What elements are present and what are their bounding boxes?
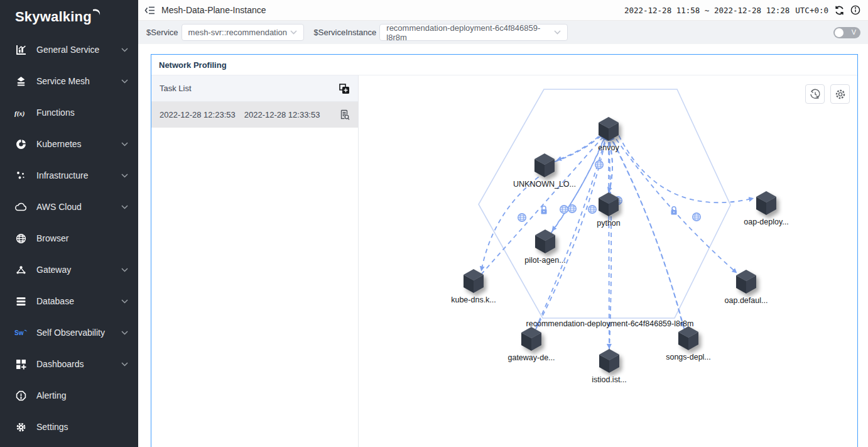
cube-icon bbox=[534, 153, 555, 177]
view-toggle[interactable]: V bbox=[833, 27, 860, 38]
instance-hexagon-label: recommendation-deployment-6c4f846859-l8r… bbox=[526, 319, 694, 328]
protocol-globe-icon bbox=[589, 206, 597, 214]
chevron-down-icon bbox=[554, 30, 561, 35]
topology-edge-songs-envoy[interactable] bbox=[611, 136, 685, 329]
sidebar-item-service-mesh[interactable]: Service Mesh bbox=[0, 65, 138, 97]
sidebar-item-label: Service Mesh bbox=[36, 76, 90, 86]
sidebar-item-general-service[interactable]: General Service bbox=[0, 34, 138, 65]
sidebar-item-gateway[interactable]: Gateway bbox=[0, 254, 138, 285]
service-mesh-icon bbox=[14, 76, 27, 87]
node-label: songs-depl... bbox=[666, 353, 711, 361]
sidebar-item-label: Dashboards bbox=[36, 359, 84, 369]
topology-edge-envoy-unknown[interactable] bbox=[558, 136, 599, 160]
sidebar-item-functions[interactable]: f(x)Functions bbox=[0, 97, 138, 128]
topology-edge-envoy-istiod[interactable] bbox=[609, 142, 609, 348]
sidebar-item-label: Browser bbox=[36, 233, 68, 243]
sidebar-item-label: Database bbox=[36, 296, 74, 306]
topology-node-oapdefault[interactable]: oap.defaul... bbox=[725, 270, 768, 305]
dashboard-content: Network Profiling Task List 2022- bbox=[138, 44, 868, 447]
task-detail-icon[interactable] bbox=[339, 109, 350, 120]
topology-node-unknown[interactable]: UNKNOWN_LO... bbox=[513, 153, 576, 189]
sidebar-item-label: Gateway bbox=[36, 265, 71, 275]
topology-edge-envoy-oapdeploy[interactable] bbox=[619, 136, 752, 203]
topology-edge-envoy-songs[interactable] bbox=[612, 141, 683, 326]
alerting-icon bbox=[14, 390, 27, 401]
chevron-down-icon bbox=[121, 299, 128, 304]
timezone: UTC+0:0 bbox=[795, 6, 828, 15]
instance-select[interactable]: recommendation-deployment-6c4f846859-l8r… bbox=[379, 24, 568, 41]
cube-icon bbox=[599, 192, 619, 216]
protocol-globe-icon bbox=[518, 214, 526, 222]
sidebar-item-label: Self Observability bbox=[36, 328, 105, 338]
tls-lock-icon bbox=[541, 206, 547, 214]
top-navbar: Mesh-Data-Plane-Instance 2022-12-28 11:5… bbox=[138, 0, 868, 21]
back-to-dashboard-list-icon[interactable] bbox=[144, 6, 155, 15]
sidebar-item-settings[interactable]: Settings bbox=[0, 411, 138, 443]
topology-node-envoy[interactable]: envoy bbox=[598, 117, 619, 152]
variables-bar: $Service mesh-svr::recommendation $Servi… bbox=[138, 21, 868, 44]
cube-icon bbox=[736, 270, 756, 294]
settings-gear-button[interactable] bbox=[830, 84, 850, 104]
chevron-down-icon bbox=[121, 48, 128, 52]
cube-icon bbox=[464, 269, 484, 293]
logo-text: Skywalking bbox=[15, 9, 92, 25]
functions-icon: f(x) bbox=[14, 108, 27, 118]
node-label: kube-dns.k... bbox=[451, 295, 496, 304]
chevron-down-icon bbox=[290, 30, 297, 35]
topology-edge-envoy-oapdefault[interactable] bbox=[616, 139, 736, 272]
sidebar-item-label: AWS Cloud bbox=[36, 202, 82, 212]
sidebar-menu: General ServiceService Meshf(x)Functions… bbox=[0, 34, 138, 443]
task-row[interactable]: 2022-12-28 12:23:532022-12-28 12:33:53 bbox=[151, 102, 358, 128]
panel-title: Network Profiling bbox=[151, 55, 857, 75]
node-label: gateway-de... bbox=[507, 353, 555, 362]
sidebar-item-kubernetes[interactable]: Kubernetes bbox=[0, 128, 138, 160]
infrastructure-icon bbox=[14, 170, 27, 180]
cube-icon bbox=[756, 191, 776, 215]
service-select[interactable]: mesh-svr::recommendation bbox=[182, 24, 304, 41]
time-range[interactable]: 2022-12-28 11:58 ~ 2022-12-28 12:28 bbox=[624, 6, 789, 15]
page-title: Mesh-Data-Plane-Instance bbox=[161, 5, 266, 15]
sidebar-item-label: Functions bbox=[36, 108, 75, 118]
skywalking-logo[interactable]: Skywalking bbox=[0, 0, 138, 29]
info-icon[interactable] bbox=[850, 5, 860, 15]
task-end-time: 2022-12-28 12:33:53 bbox=[244, 110, 320, 119]
task-list: Task List 2022-12-28 12:23:532022-12-28 … bbox=[151, 75, 359, 447]
sidebar-item-alerting[interactable]: Alerting bbox=[0, 380, 138, 411]
topology-node-istiod[interactable]: istiod.ist... bbox=[592, 349, 627, 384]
topology-canvas: envoyUNKNOWN_LO...pythonpilot-agen...kub… bbox=[359, 75, 857, 447]
gateway-icon bbox=[14, 265, 27, 275]
protocol-globe-icon bbox=[693, 213, 701, 221]
node-label: pilot-agen... bbox=[524, 256, 565, 265]
service-label: $Service bbox=[146, 28, 178, 37]
instance-select-value: recommendation-deployment-6c4f846859-l8r… bbox=[386, 23, 554, 42]
sidebar-item-dashboards[interactable]: Dashboards bbox=[0, 348, 138, 380]
network-profiling-panel: Network Profiling Task List 2022- bbox=[151, 54, 858, 447]
sidebar-item-label: Alerting bbox=[36, 390, 66, 400]
node-label: python bbox=[597, 219, 621, 228]
browser-icon bbox=[14, 233, 27, 244]
new-task-button[interactable] bbox=[339, 83, 350, 94]
cube-icon bbox=[599, 349, 619, 373]
refresh-icon[interactable] bbox=[834, 5, 845, 16]
topology-node-songs[interactable]: songs-depl... bbox=[666, 326, 711, 361]
sidebar: Skywalking General ServiceService Meshf(… bbox=[0, 0, 138, 447]
sidebar-item-browser[interactable]: Browser bbox=[0, 223, 138, 254]
task-timeline-button[interactable] bbox=[805, 84, 825, 104]
sidebar-item-database[interactable]: Database bbox=[0, 285, 138, 317]
cube-icon bbox=[599, 117, 619, 141]
aws-cloud-icon bbox=[14, 202, 27, 211]
topology-node-pilot[interactable]: pilot-agen... bbox=[524, 229, 565, 265]
topology-node-oapdeploy[interactable]: oap-deploy... bbox=[744, 191, 788, 226]
sidebar-item-aws-cloud[interactable]: AWS Cloud bbox=[0, 191, 138, 223]
svg-text:f(x): f(x) bbox=[14, 109, 24, 117]
sidebar-item-label: Infrastructure bbox=[36, 170, 88, 180]
sidebar-item-infrastructure[interactable]: Infrastructure bbox=[0, 160, 138, 191]
cube-icon bbox=[521, 327, 541, 351]
sidebar-item-self-observability[interactable]: SwSelf Observability bbox=[0, 317, 138, 348]
chevron-down-icon bbox=[121, 331, 128, 335]
topology-node-python[interactable]: python bbox=[597, 192, 621, 228]
task-list-title: Task List bbox=[160, 84, 192, 93]
topology-node-kubedns[interactable]: kube-dns.k... bbox=[451, 269, 496, 304]
sidebar-item-label: Kubernetes bbox=[36, 139, 82, 149]
topology-node-gateway[interactable]: gateway-de... bbox=[507, 327, 555, 362]
